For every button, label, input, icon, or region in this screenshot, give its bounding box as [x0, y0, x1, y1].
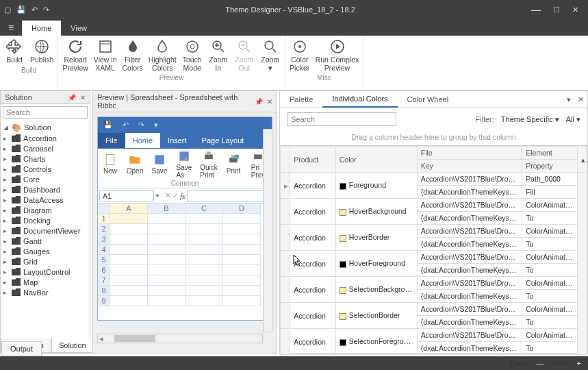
zoom-button[interactable]: Zoom▾ — [257, 37, 283, 73]
ss-redo-icon[interactable]: ↷ — [138, 121, 144, 130]
ss-quick-print-button[interactable]: QuickPrint — [196, 149, 221, 179]
group-by-hint[interactable]: Drag a column header here to group by th… — [280, 130, 587, 145]
ss-undo-icon[interactable]: ↶ — [123, 121, 129, 130]
save-icon[interactable]: 💾 — [16, 5, 26, 14]
pin-icon[interactable]: 📌 — [68, 94, 76, 101]
run-complex-preview-button[interactable]: Run ComplexPreview — [313, 37, 362, 73]
ss-menu-icon[interactable]: ▾ — [154, 121, 158, 130]
ss-tab-page-layout[interactable]: Page Layout — [194, 133, 252, 148]
tree-item[interactable]: ▸Dashboard — [1, 184, 90, 195]
zoom-in-button[interactable]: ZoomIn — [205, 37, 231, 73]
minimize-icon[interactable]: ― — [531, 4, 541, 15]
tab-color-wheel[interactable]: Color Wheel — [398, 92, 459, 107]
filter-all-dropdown[interactable]: All ▾ — [566, 115, 580, 124]
cancel-formula-icon[interactable]: ✕ — [165, 191, 171, 200]
tree-item[interactable]: ▸DocumentViewer — [1, 225, 90, 236]
fx-icon[interactable]: fx — [180, 192, 186, 200]
reload-preview-button[interactable]: ReloadPreview — [60, 37, 90, 73]
tree-item[interactable]: ▸Charts — [1, 153, 90, 164]
menu-icon[interactable]: ▾ — [563, 95, 574, 104]
touch-mode-button[interactable]: TouchMode — [179, 37, 205, 73]
ss-print-button[interactable]: Print — [221, 149, 246, 179]
grid-vscroll-up[interactable]: ▴ — [577, 147, 587, 173]
colors-search-input[interactable] — [287, 112, 396, 126]
ss-save-button[interactable]: Save — [147, 149, 172, 179]
table-row[interactable]: AccordionHoverBorderAccordion\VS2017Blue… — [281, 225, 587, 238]
ss-save-as-button[interactable]: SaveAs — [172, 149, 196, 179]
zoom-out-icon[interactable]: — — [536, 359, 544, 367]
ss-open-button[interactable]: Open — [123, 149, 147, 179]
color-picker-button[interactable]: ColorPicker — [287, 37, 313, 73]
app-menu-icon[interactable]: ≡ — [0, 19, 22, 36]
col-product[interactable]: Product — [290, 147, 336, 173]
pin-icon[interactable]: 📌 — [255, 98, 263, 106]
ribbon-group-misc: ColorPicker Run ComplexPreview Misc — [285, 36, 364, 90]
build-button[interactable]: Build — [1, 37, 27, 66]
tree-item[interactable]: ▸Gantt — [1, 236, 90, 246]
col-element[interactable]: Element — [522, 147, 578, 160]
tab-palette[interactable]: Palette — [280, 92, 322, 107]
table-row[interactable]: AccordionHoverBackgroundAccordion\VS2017… — [281, 199, 587, 212]
col-file[interactable]: File — [417, 147, 522, 160]
ss-tab-insert[interactable]: Insert — [160, 133, 194, 148]
solution-tree[interactable]: ◢🎨Solution ▸Accordion▸Carousel▸Charts▸Co… — [1, 121, 90, 338]
view-xaml-button[interactable]: View inXAML — [91, 37, 120, 73]
preview-panel: Preview | Spreadsheet - Spreadsheet with… — [92, 90, 277, 354]
close-icon[interactable]: ✕ — [572, 5, 578, 14]
window-title: Theme Designer - VSBlue_18_2 - 18.2 — [49, 5, 531, 14]
tab-individual-colors[interactable]: Individual Colors — [322, 91, 397, 108]
tab-view[interactable]: View — [61, 21, 97, 36]
preview-hscroll[interactable]: ◂ — [97, 334, 263, 343]
close-panel-icon[interactable]: ✕ — [574, 95, 587, 104]
tree-item[interactable]: ▸Map — [1, 277, 90, 287]
table-row[interactable]: AccordionSelectionBackgroundAccordion\VS… — [281, 277, 587, 290]
spreadsheet-grid[interactable]: ABCD123456789 — [98, 204, 272, 306]
redo-icon[interactable]: ↷ — [43, 5, 49, 14]
filter-colors-button[interactable]: FilterColors — [119, 37, 145, 73]
tree-item[interactable]: ▸Carousel — [1, 143, 90, 153]
maximize-icon[interactable]: ☐ — [553, 5, 560, 14]
tree-item[interactable]: ▸NavBar — [1, 287, 90, 297]
table-row[interactable]: AccordionHoverForegroundAccordion\VS2017… — [281, 251, 587, 264]
tree-item[interactable]: ▸Docking — [1, 215, 90, 225]
table-row[interactable]: AccordionSelectionForegroundAccordion\VS… — [281, 329, 587, 342]
preview-vscroll[interactable] — [263, 129, 272, 332]
cell-reference-input[interactable] — [99, 190, 154, 201]
tree-item[interactable]: ▸Core — [1, 174, 90, 184]
zoom-in-icon[interactable]: + — [577, 359, 581, 367]
highlight-colors-button[interactable]: HighlightColors — [146, 37, 179, 73]
tree-item[interactable]: ▸Controls — [1, 164, 90, 174]
tree-item[interactable]: ▸Accordion — [1, 133, 90, 143]
tree-item[interactable]: ▸Diagram — [1, 205, 90, 215]
tree-item[interactable]: ▸LayoutControl — [1, 267, 90, 277]
ss-tab-file[interactable]: File — [98, 133, 125, 148]
tab-home[interactable]: Home — [22, 21, 61, 36]
tree-item[interactable]: ▸Grid — [1, 256, 90, 267]
tab-output[interactable]: Output — [1, 341, 42, 356]
tree-item[interactable]: ▸Gauges — [1, 246, 90, 256]
title-bar: ▢ 💾 ↶ ↷ Theme Designer - VSBlue_18_2 - 1… — [0, 0, 588, 19]
tree-item[interactable]: ▸DataAccess — [1, 195, 90, 205]
col-property[interactable]: Property — [522, 160, 578, 173]
close-panel-icon[interactable]: ✕ — [80, 94, 86, 101]
undo-icon[interactable]: ↶ — [31, 5, 38, 14]
col-color[interactable]: Color — [335, 147, 417, 173]
solution-search-input[interactable] — [3, 106, 88, 119]
col-key[interactable]: Key — [417, 160, 522, 173]
colors-grid[interactable]: ProductColorFileElement▴ KeyProperty ▸Ac… — [280, 145, 587, 355]
table-row[interactable]: AccordionSelectionBorderAccordion\VS2017… — [281, 303, 587, 316]
zoom-out-button: ZoomOut — [231, 37, 257, 73]
filter-theme-dropdown[interactable]: Theme Specific ▾ — [501, 115, 559, 124]
folder-icon — [12, 165, 21, 173]
ss-tab-home[interactable]: Home — [125, 133, 160, 148]
formula-bar[interactable] — [187, 190, 270, 201]
ss-new-button[interactable]: New — [98, 149, 123, 179]
publish-button[interactable]: Publish — [27, 37, 56, 66]
accept-formula-icon[interactable]: ✓ — [172, 191, 179, 200]
ss-save-icon[interactable]: 💾 — [103, 121, 113, 130]
tab-solution[interactable]: Solution — [51, 338, 94, 353]
svg-point-2 — [187, 41, 198, 52]
new-project-icon[interactable]: ▢ — [4, 5, 11, 14]
table-row[interactable]: ▸AccordionForegroundAccordion\VS2017Blue… — [281, 173, 587, 186]
close-panel-icon[interactable]: ✕ — [267, 98, 272, 106]
